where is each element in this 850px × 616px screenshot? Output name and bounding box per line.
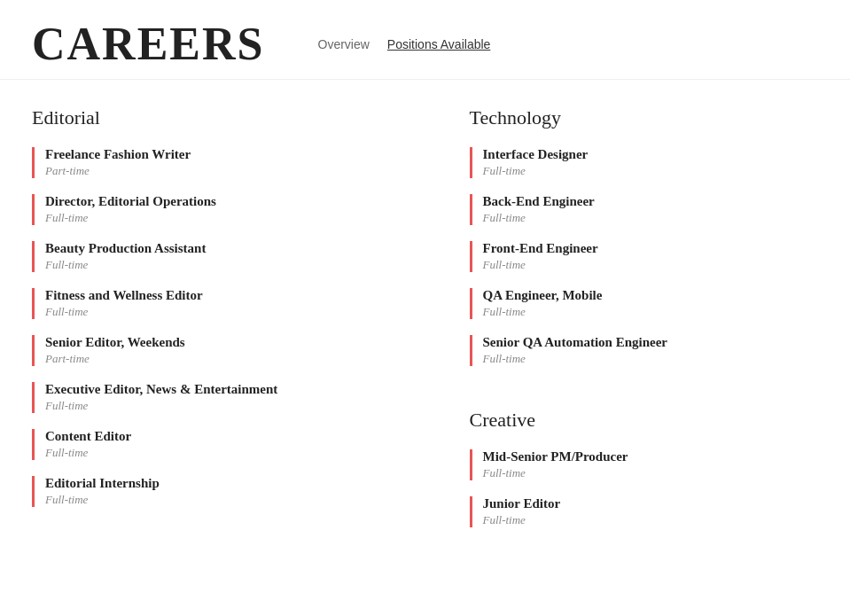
page-title: CAREERS [32,18,265,70]
job-border-accent [32,335,35,366]
list-item: Junior EditorFull-time [470,496,819,527]
job-details: Editorial InternshipFull-time [45,476,160,507]
editorial-section-title: Editorial [32,106,381,129]
job-type: Full-time [483,258,598,272]
list-item: Back-End EngineerFull-time [470,194,819,225]
job-type: Part-time [45,164,191,178]
job-title[interactable]: Senior Editor, Weekends [45,335,185,350]
job-type: Full-time [483,352,668,366]
job-title[interactable]: Executive Editor, News & Entertainment [45,382,277,397]
job-details: Content EditorFull-time [45,429,131,460]
job-details: Freelance Fashion WriterPart-time [45,147,191,178]
job-details: Front-End EngineerFull-time [483,241,598,272]
editorial-column: Editorial Freelance Fashion WriterPart-t… [32,106,417,543]
list-item: Beauty Production AssistantFull-time [32,241,381,272]
editorial-job-list: Freelance Fashion WriterPart-timeDirecto… [32,147,381,523]
job-border-accent [32,241,35,272]
nav-overview-link[interactable]: Overview [318,37,370,51]
job-border-accent [32,382,35,413]
job-title[interactable]: QA Engineer, Mobile [483,288,603,303]
job-type: Full-time [483,164,589,178]
job-details: Senior QA Automation EngineerFull-time [483,335,668,366]
list-item: Mid-Senior PM/ProducerFull-time [470,449,819,480]
job-title[interactable]: Content Editor [45,429,131,444]
nav-positions-link[interactable]: Positions Available [387,37,490,51]
technology-job-list: Interface DesignerFull-timeBack-End Engi… [470,147,819,382]
list-item: Content EditorFull-time [32,429,381,460]
job-type: Full-time [45,211,216,225]
job-details: Beauty Production AssistantFull-time [45,241,206,272]
job-title[interactable]: Front-End Engineer [483,241,598,256]
job-title[interactable]: Director, Editorial Operations [45,194,216,209]
job-border-accent [470,335,472,366]
job-border-accent [470,241,472,272]
list-item: Editorial InternshipFull-time [32,476,381,507]
creative-job-list: Mid-Senior PM/ProducerFull-timeJunior Ed… [470,449,819,543]
job-title[interactable]: Beauty Production Assistant [45,241,206,256]
list-item: Interface DesignerFull-time [470,147,819,178]
job-border-accent [470,194,472,225]
page-header: CAREERS Overview Positions Available [0,0,850,80]
technology-section-title: Technology [470,106,819,129]
job-border-accent [470,288,472,319]
job-title[interactable]: Interface Designer [483,147,589,162]
list-item: Front-End EngineerFull-time [470,241,819,272]
job-details: Executive Editor, News & EntertainmentFu… [45,382,277,413]
job-type: Part-time [45,352,185,366]
job-details: Director, Editorial OperationsFull-time [45,194,216,225]
job-type: Full-time [483,466,628,480]
job-type: Full-time [45,399,277,413]
list-item: Freelance Fashion WriterPart-time [32,147,381,178]
list-item: Senior Editor, WeekendsPart-time [32,335,381,366]
right-column: Technology Interface DesignerFull-timeBa… [417,106,819,543]
job-details: Back-End EngineerFull-time [483,194,595,225]
job-title[interactable]: Senior QA Automation Engineer [483,335,668,350]
job-details: Mid-Senior PM/ProducerFull-time [483,449,628,480]
job-title[interactable]: Editorial Internship [45,476,160,491]
job-type: Full-time [45,305,203,319]
job-title[interactable]: Fitness and Wellness Editor [45,288,203,303]
job-border-accent [470,449,472,480]
list-item: QA Engineer, MobileFull-time [470,288,819,319]
job-title[interactable]: Back-End Engineer [483,194,595,209]
job-border-accent [32,288,35,319]
job-border-accent [32,147,35,178]
list-item: Senior QA Automation EngineerFull-time [470,335,819,366]
job-type: Full-time [483,513,561,527]
job-border-accent [32,476,35,507]
list-item: Fitness and Wellness EditorFull-time [32,288,381,319]
job-title[interactable]: Freelance Fashion Writer [45,147,191,162]
job-details: Interface DesignerFull-time [483,147,589,178]
job-border-accent [32,429,35,460]
list-item: Executive Editor, News & EntertainmentFu… [32,382,381,413]
list-item: Director, Editorial OperationsFull-time [32,194,381,225]
job-details: QA Engineer, MobileFull-time [483,288,603,319]
job-title[interactable]: Junior Editor [483,496,561,511]
job-details: Fitness and Wellness EditorFull-time [45,288,203,319]
job-details: Junior EditorFull-time [483,496,561,527]
job-title[interactable]: Mid-Senior PM/Producer [483,449,628,464]
job-type: Full-time [483,211,595,225]
job-border-accent [470,496,472,527]
job-border-accent [32,194,35,225]
job-type: Full-time [45,258,206,272]
main-content: Editorial Freelance Fashion WriterPart-t… [0,80,850,570]
job-type: Full-time [483,305,603,319]
header-nav: Overview Positions Available [318,37,491,51]
job-details: Senior Editor, WeekendsPart-time [45,335,185,366]
job-type: Full-time [45,446,131,460]
job-border-accent [470,147,472,178]
job-type: Full-time [45,493,160,507]
creative-section-title: Creative [470,409,819,432]
